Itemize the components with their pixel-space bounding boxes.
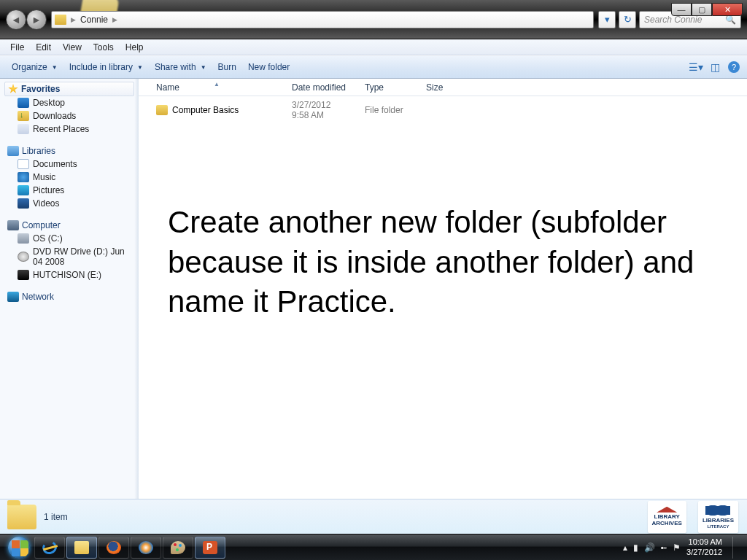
recent-places-icon bbox=[18, 124, 29, 134]
flag-icon[interactable]: ⚑ bbox=[673, 542, 681, 553]
desktop-icon bbox=[18, 98, 29, 108]
column-header-type[interactable]: Type bbox=[357, 82, 419, 93]
command-bar: Organize Include in library Share with B… bbox=[0, 55, 747, 79]
pictures-icon bbox=[18, 185, 29, 195]
refresh-button[interactable]: ↻ bbox=[619, 11, 636, 28]
back-history-toggle[interactable]: ▾ bbox=[598, 11, 616, 28]
taskbar-app-powerpoint[interactable] bbox=[195, 537, 225, 559]
include-in-library-button[interactable]: Include in library bbox=[63, 59, 149, 75]
nav-back-button[interactable]: ◄ bbox=[6, 9, 26, 30]
disc-icon bbox=[18, 252, 29, 262]
address-bar[interactable]: ▶ Connie ▶ bbox=[51, 11, 594, 28]
volume-icon[interactable]: 🔊 bbox=[644, 542, 655, 553]
menu-help[interactable]: Help bbox=[120, 41, 150, 54]
taskbar-app-paint[interactable] bbox=[163, 537, 193, 559]
nav-forward-button[interactable]: ► bbox=[26, 9, 47, 30]
sidebar-item-drive-e[interactable]: HUTCHISON (E:) bbox=[4, 268, 139, 281]
internet-explorer-icon bbox=[41, 539, 58, 556]
file-date: 3/27/2012 9:58 AM bbox=[285, 100, 357, 120]
tray-overflow-icon[interactable]: ▴ bbox=[623, 542, 627, 553]
column-header-size[interactable]: Size bbox=[419, 82, 465, 93]
clock-time: 10:09 AM bbox=[686, 537, 722, 547]
sidebar-item-dvd-drive[interactable]: DVD RW Drive (D:) Jun 04 2008 bbox=[4, 245, 139, 268]
help-button[interactable]: ? bbox=[727, 60, 741, 74]
taskbar-app-ie[interactable] bbox=[34, 537, 65, 559]
menu-tools[interactable]: Tools bbox=[88, 41, 120, 54]
sidebar-label-favorites: Favorites bbox=[21, 84, 60, 94]
show-desktop-button[interactable] bbox=[732, 537, 740, 559]
sidebar-item-downloads[interactable]: Downloads bbox=[4, 109, 139, 122]
file-row[interactable]: Computer Basics 3/27/2012 9:58 AM File f… bbox=[139, 96, 747, 124]
window-maximize-button[interactable]: ▢ bbox=[692, 3, 712, 16]
breadcrumb-sep-icon: ▶ bbox=[69, 16, 77, 23]
menu-edit[interactable]: Edit bbox=[30, 41, 57, 54]
sidebar-item-desktop[interactable]: Desktop bbox=[4, 96, 139, 109]
powerpoint-icon bbox=[203, 541, 217, 554]
file-name: Computer Basics bbox=[172, 105, 239, 115]
organize-button[interactable]: Organize bbox=[6, 59, 63, 75]
system-tray: ▴ ▮ 🔊 ▪▫ ⚑ 10:09 AM 3/27/2012 bbox=[623, 537, 743, 559]
logo-roof-icon bbox=[657, 507, 677, 513]
sidebar-item-drive-c[interactable]: OS (C:) bbox=[4, 232, 139, 245]
view-options-button[interactable]: ☰▾ bbox=[689, 60, 703, 74]
folder-icon bbox=[156, 105, 168, 115]
menu-view[interactable]: View bbox=[57, 41, 88, 54]
sidebar-header-favorites[interactable]: Favorites bbox=[4, 82, 134, 96]
breadcrumb-item[interactable]: Connie bbox=[77, 15, 111, 25]
status-text: 1 item bbox=[44, 512, 68, 522]
details-pane: 1 item LIBRARY ARCHIVES LIBRARIES LITERA… bbox=[0, 499, 747, 534]
libraries-literacy-logo: LIBRARIES LITERACY bbox=[698, 501, 738, 533]
sidebar-item-videos[interactable]: Videos bbox=[4, 197, 139, 210]
clock-date: 3/27/2012 bbox=[686, 548, 722, 557]
preview-pane-button[interactable]: ◫ bbox=[708, 60, 722, 74]
sidebar-item-pictures[interactable]: Pictures bbox=[4, 184, 139, 197]
taskbar-app-media-player[interactable] bbox=[131, 537, 161, 559]
window-minimize-button[interactable]: — bbox=[671, 3, 692, 16]
taskbar-app-explorer[interactable] bbox=[66, 537, 97, 559]
libraries-icon bbox=[7, 146, 19, 156]
folder-icon bbox=[7, 505, 36, 529]
videos-icon bbox=[18, 198, 29, 209]
burn-button[interactable]: Burn bbox=[212, 59, 242, 75]
network-icon[interactable]: ▪▫ bbox=[661, 542, 667, 553]
start-button[interactable] bbox=[4, 536, 34, 559]
media-player-icon bbox=[139, 541, 153, 554]
file-type: File folder bbox=[357, 105, 419, 115]
usb-drive-icon bbox=[18, 270, 29, 280]
sidebar-item-music[interactable]: Music bbox=[4, 171, 139, 184]
file-list-pane: Name▲ Date modified Type Size Computer B… bbox=[139, 79, 747, 499]
sidebar-header-libraries[interactable]: Libraries bbox=[4, 144, 139, 158]
star-icon bbox=[8, 84, 18, 94]
window-close-button[interactable]: ✕ bbox=[712, 3, 743, 16]
menu-bar: File Edit View Tools Help bbox=[0, 39, 747, 55]
sidebar-label-network: Network bbox=[22, 292, 54, 302]
column-header-date[interactable]: Date modified bbox=[285, 82, 357, 93]
documents-icon bbox=[18, 159, 29, 169]
breadcrumb-sep-icon: ▶ bbox=[111, 16, 119, 23]
firefox-icon bbox=[107, 541, 121, 554]
sidebar-header-computer[interactable]: Computer bbox=[4, 219, 139, 232]
share-with-button[interactable]: Share with bbox=[149, 59, 212, 75]
library-archives-logo: LIBRARY ARCHIVES bbox=[648, 501, 686, 533]
new-folder-button[interactable]: New folder bbox=[242, 59, 295, 75]
file-explorer-icon bbox=[74, 541, 89, 554]
sort-indicator-icon: ▲ bbox=[214, 81, 220, 88]
menu-file[interactable]: File bbox=[4, 41, 30, 54]
taskbar-app-firefox[interactable] bbox=[98, 537, 129, 559]
column-headers: Name▲ Date modified Type Size bbox=[139, 79, 747, 96]
sidebar-header-network[interactable]: Network bbox=[4, 290, 139, 303]
sidebar-item-documents[interactable]: Documents bbox=[4, 158, 139, 171]
paint-icon bbox=[171, 541, 185, 554]
downloads-icon bbox=[18, 111, 29, 121]
battery-icon[interactable]: ▮ bbox=[633, 542, 638, 553]
windows-orb-icon bbox=[8, 537, 30, 559]
sidebar-item-recent-places[interactable]: Recent Places bbox=[4, 122, 139, 136]
column-header-name[interactable]: Name▲ bbox=[149, 82, 285, 93]
taskbar: ▴ ▮ 🔊 ▪▫ ⚑ 10:09 AM 3/27/2012 bbox=[0, 534, 747, 560]
folder-icon bbox=[55, 15, 66, 25]
navigation-pane: Favorites Desktop Downloads Recent Place… bbox=[0, 79, 139, 499]
sidebar-label-computer: Computer bbox=[22, 220, 61, 230]
taskbar-clock[interactable]: 10:09 AM 3/27/2012 bbox=[686, 537, 722, 556]
drive-icon bbox=[18, 233, 29, 244]
computer-icon bbox=[7, 220, 19, 230]
